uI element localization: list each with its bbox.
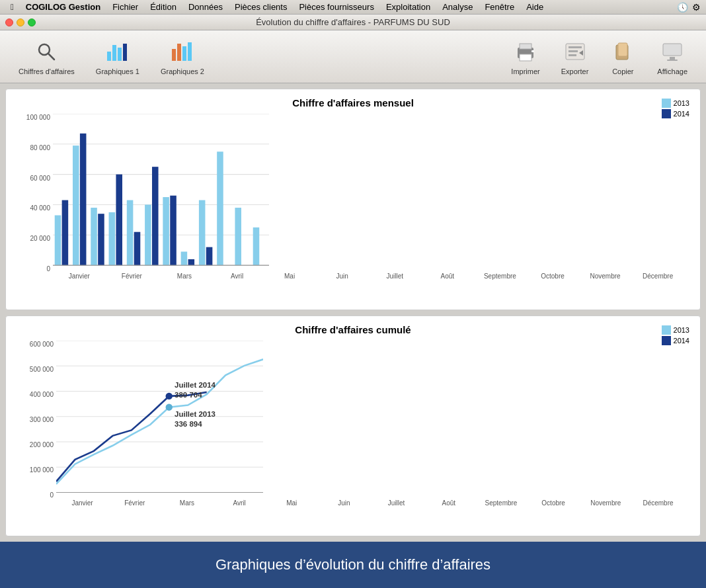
traffic-lights	[5, 19, 36, 26]
line-x-label: Juin	[318, 499, 370, 507]
svg-rect-7	[177, 44, 181, 61]
line-chart-panel: Chiffre d'affaires cumulé 2013 2014 600 …	[5, 315, 701, 537]
menu-fichier[interactable]: Fichier	[107, 1, 143, 13]
copier-label: Copier	[612, 67, 633, 75]
line-x-label: Mars	[161, 499, 213, 507]
svg-rect-41	[163, 197, 169, 265]
menubar:  COGILOG Gestion Fichier Édition Donnée…	[0, 0, 706, 15]
svg-rect-49	[253, 228, 260, 265]
svg-rect-4	[118, 48, 122, 61]
toolbar: Chiffres d'affaires Graphiques 1	[0, 30, 706, 83]
line-x-label: Juillet	[370, 499, 422, 507]
bar-chart-title: Chiffre d'affaires mensuel	[17, 97, 689, 108]
line-chart-area: Juillet 2014380 704Juillet 2013336 894	[56, 341, 263, 499]
graphiques1-label: Graphiques 1	[96, 67, 139, 75]
line-y-axis: 600 000 500 000 400 000 300 000 200 000 …	[17, 341, 56, 499]
menu-pieces-fournisseurs[interactable]: Pièces fournisseurs	[294, 1, 379, 13]
menu-pieces-clients[interactable]: Pièces clients	[229, 1, 292, 13]
ly-100k: 100 000	[30, 466, 54, 474]
svg-rect-15	[569, 46, 582, 48]
svg-rect-3	[112, 45, 116, 61]
menu-aide[interactable]: Aide	[521, 1, 549, 13]
print-icon	[512, 38, 539, 65]
search-icon	[33, 38, 59, 65]
bar-x-label: Mai	[263, 273, 316, 280]
bar-y-axis: 100 000 80 000 60 000 40 000 20 000 0	[17, 114, 53, 273]
svg-rect-19	[618, 43, 627, 56]
menu-analyse[interactable]: Analyse	[437, 1, 478, 13]
svg-rect-34	[98, 214, 104, 265]
line-chart-title: Chiffre d'affaires cumulé	[17, 324, 689, 335]
toolbar-right: Imprimer Exporter	[503, 34, 695, 79]
legend-2013: 2013	[662, 99, 689, 108]
display-icon	[659, 38, 686, 65]
line-x-label: Mai	[266, 499, 318, 507]
ly-0: 0	[50, 491, 54, 499]
bar-chart1-icon	[104, 38, 131, 65]
svg-rect-13	[531, 50, 534, 52]
line-chart-svg: Juillet 2014380 704Juillet 2013336 894	[56, 341, 263, 499]
svg-rect-17	[569, 54, 576, 56]
line-legend-2013: 2013	[662, 325, 689, 335]
maximize-button[interactable]	[28, 19, 36, 26]
legend-2013-label: 2013	[674, 99, 689, 107]
window-title: Évolution du chiffre d'affaires - PARFUM…	[256, 17, 450, 27]
line-x-label: Août	[422, 499, 475, 507]
y-label-40k: 40 000	[30, 204, 50, 212]
bar-x-label: Juillet	[368, 273, 421, 280]
svg-text:Juillet 2013: Juillet 2013	[175, 410, 216, 418]
menu-edition[interactable]: Édition	[145, 1, 182, 13]
affichage-button[interactable]: Affichage	[649, 34, 695, 79]
svg-rect-46	[206, 247, 213, 265]
svg-rect-33	[91, 208, 97, 265]
svg-point-58	[166, 392, 173, 399]
graphiques2-label: Graphiques 2	[161, 67, 204, 75]
chiffres-label: Chiffres d'affaires	[19, 67, 75, 75]
svg-rect-43	[181, 251, 188, 265]
minimize-button[interactable]	[17, 19, 24, 26]
close-button[interactable]	[5, 19, 13, 26]
line-legend-2013-label: 2013	[674, 326, 689, 334]
exporter-button[interactable]: Exporter	[553, 34, 597, 79]
bar-chart-panel: Chiffre d'affaires mensuel 2013 2014 100…	[5, 89, 701, 310]
line-x-label: Décembre	[632, 499, 684, 507]
svg-rect-37	[127, 200, 134, 266]
imprimer-button[interactable]: Imprimer	[503, 34, 547, 79]
menu-donnees[interactable]: Données	[183, 1, 228, 13]
svg-rect-21	[670, 57, 675, 60]
menu-exploitation[interactable]: Exploitation	[381, 1, 436, 13]
ly-600k: 600 000	[30, 341, 54, 348]
svg-rect-35	[109, 212, 116, 265]
bar-x-label: Décembre	[631, 273, 684, 280]
clock-icon: 🕔	[677, 2, 688, 13]
ly-300k: 300 000	[30, 416, 54, 423]
svg-rect-2	[107, 52, 111, 61]
svg-rect-48	[235, 208, 241, 265]
toolbar-left: Chiffres d'affaires Graphiques 1	[11, 34, 212, 79]
footer-text: Graphiques d’évolution du chiffre d’affa…	[216, 556, 490, 573]
svg-rect-5	[123, 44, 127, 61]
bar-x-label: Septembre	[474, 273, 527, 280]
copy-icon	[609, 38, 636, 65]
svg-rect-42	[170, 196, 176, 265]
graphiques1-button[interactable]: Graphiques 1	[88, 34, 147, 79]
svg-rect-38	[134, 232, 141, 265]
line-x-label: Octobre	[528, 499, 580, 507]
svg-rect-32	[80, 134, 87, 265]
graphiques2-button[interactable]: Graphiques 2	[153, 34, 212, 79]
svg-text:Juillet 2014: Juillet 2014	[175, 381, 216, 389]
imprimer-label: Imprimer	[511, 67, 539, 75]
svg-rect-20	[663, 44, 682, 56]
bar-x-label: Novembre	[579, 273, 632, 280]
apple-menu[interactable]: 	[5, 1, 19, 13]
svg-rect-29	[55, 215, 61, 265]
line-x-label: Avril	[214, 499, 266, 507]
svg-rect-44	[188, 259, 195, 265]
app-name[interactable]: COGILOG Gestion	[20, 1, 106, 13]
bar-x-label: Octobre	[526, 273, 579, 280]
menu-fenetre[interactable]: Fenêtre	[479, 1, 520, 13]
chiffres-button[interactable]: Chiffres d'affaires	[11, 34, 83, 79]
copier-button[interactable]: Copier	[602, 34, 644, 79]
affichage-label: Affichage	[657, 67, 687, 75]
ly-400k: 400 000	[30, 391, 54, 398]
